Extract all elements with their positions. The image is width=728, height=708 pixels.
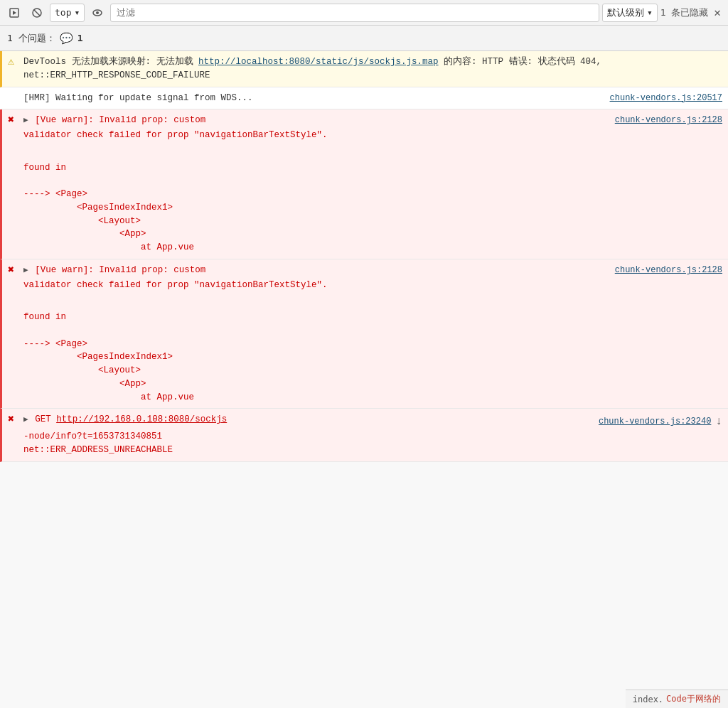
svg-marker-1 [13, 11, 16, 15]
hmr-source-link[interactable]: chunk-vendors.js:20517 [610, 92, 722, 105]
devtools-source-link[interactable]: http://localhost:8080/static/js/sockjs.j… [198, 57, 439, 67]
expand-arrow-2[interactable]: ▶ [23, 266, 28, 274]
get-error-link[interactable]: http://192.168.0.108:8080/sockjs [56, 414, 227, 424]
hidden-count-badge: 1 条已隐藏 [660, 6, 709, 19]
svg-line-3 [34, 9, 41, 16]
expand-arrow-1[interactable]: ▶ [23, 116, 28, 124]
warning-icon: ⚠ [8, 57, 19, 68]
get-error-source[interactable]: chunk-vendors.js:23240 [599, 415, 711, 428]
error-icon-3: ✖ [8, 414, 19, 426]
warning-message-devtools: ⚠ DevTools 无法加载来源映射: 无法加载 http://localho… [0, 51, 728, 87]
expand-arrow-3[interactable]: ▶ [23, 415, 28, 424]
hmr-message: [HMR] Waiting for update signal from WDS… [0, 87, 728, 110]
close-icon[interactable]: ✕ [711, 6, 724, 19]
vue-warn-content-2: ▶ [Vue warn]: Invalid prop: custom chunk… [23, 264, 722, 404]
issues-chat-icon: 💬 [60, 32, 73, 45]
console-area: ⚠ DevTools 无法加载来源映射: 无法加载 http://localho… [0, 51, 728, 462]
info-icon [8, 93, 19, 104]
filter-input[interactable] [110, 4, 599, 22]
stop-button[interactable] [27, 4, 47, 22]
get-error-content: ▶ GET http://192.168.0.108:8080/sockjs c… [23, 413, 722, 457]
default-level-label: 默认级别 [607, 6, 644, 19]
toolbar: top ▾ 默认级别 ▾ 1 条已隐藏 ✕ [0, 0, 728, 26]
eye-button[interactable] [87, 4, 107, 22]
play-button[interactable] [4, 4, 24, 22]
error-icon-1: ✖ [8, 115, 19, 127]
issues-count-number: 1 [77, 33, 83, 43]
issues-label: 1 个问题： [7, 32, 55, 45]
level-label: top [55, 7, 71, 18]
chevron-down-icon: ▾ [74, 7, 80, 18]
svg-point-5 [96, 11, 99, 14]
reload-icon[interactable]: ↓ [715, 413, 722, 430]
level-selector[interactable]: top ▾ [50, 4, 85, 22]
vue-warn-content-1: ▶ [Vue warn]: Invalid prop: custom chunk… [23, 114, 722, 254]
vue-warn-message-2: ✖ ▶ [Vue warn]: Invalid prop: custom chu… [0, 259, 728, 409]
error-icon-2: ✖ [8, 265, 19, 277]
vue-warn-message-1: ✖ ▶ [Vue warn]: Invalid prop: custom chu… [0, 109, 728, 259]
warning-message-content: DevTools 无法加载来源映射: 无法加载 http://localhost… [23, 55, 722, 82]
get-error-message: ✖ ▶ GET http://192.168.0.108:8080/sockjs… [0, 409, 728, 462]
issues-bar: 1 个问题： 💬 1 [0, 26, 728, 51]
hmr-message-content: [HMR] Waiting for update signal from WDS… [23, 92, 722, 105]
default-level-selector[interactable]: 默认级别 ▾ [602, 4, 658, 22]
vue-warn-source-2[interactable]: chunk-vendors.js:2128 [615, 264, 722, 277]
chevron-down-icon-2: ▾ [647, 7, 653, 18]
vue-warn-source-1[interactable]: chunk-vendors.js:2128 [615, 114, 722, 127]
